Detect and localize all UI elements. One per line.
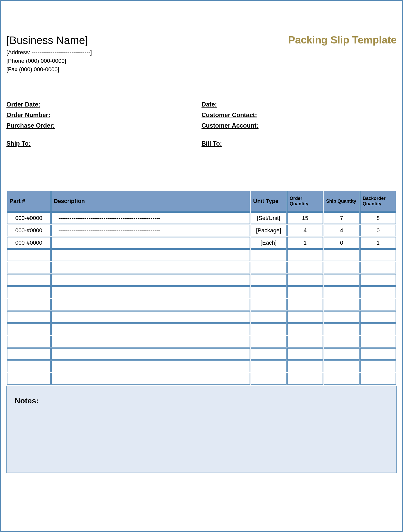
table-row: 000-#0000-------------------------------… — [7, 237, 396, 249]
cell-empty — [360, 373, 396, 385]
header-description: Description — [51, 191, 250, 212]
cell-empty — [251, 262, 287, 273]
info-section: Order Date: Order Number: Purchase Order… — [6, 99, 397, 149]
business-name: [Business Name] — [6, 34, 92, 47]
cell-empty — [360, 286, 396, 298]
cell-backorder-qty: 1 — [360, 237, 396, 249]
cell-empty — [7, 249, 51, 261]
cell-empty — [360, 311, 396, 323]
cell-ship-qty: 4 — [324, 225, 360, 236]
info-left-column: Order Date: Order Number: Purchase Order… — [6, 99, 202, 149]
cell-empty — [51, 360, 250, 372]
notes-label: Notes: — [15, 396, 388, 405]
items-table-wrap: Part # Description Unit Type Order Quant… — [6, 190, 397, 473]
table-row — [7, 360, 396, 372]
cell-unit-type: [Each] — [251, 237, 287, 249]
date-label: Date: — [202, 99, 397, 110]
table-row — [7, 311, 396, 323]
table-row — [7, 348, 396, 360]
document-title: Packing Slip Template — [288, 34, 397, 46]
business-block: [Business Name] [Address: --------------… — [6, 34, 92, 74]
customer-account-label: Customer Account: — [202, 120, 397, 131]
cell-empty — [51, 323, 250, 335]
cell-description: ----------------------------------------… — [51, 225, 250, 236]
cell-empty — [251, 323, 287, 335]
cell-empty — [324, 274, 360, 286]
cell-empty — [51, 286, 250, 298]
table-header-row: Part # Description Unit Type Order Quant… — [7, 191, 396, 212]
table-row: 000-#0000-------------------------------… — [7, 212, 396, 224]
cell-empty — [287, 311, 323, 323]
cell-empty — [360, 336, 396, 348]
cell-empty — [324, 286, 360, 298]
cell-empty — [7, 336, 51, 348]
cell-empty — [324, 373, 360, 385]
cell-empty — [360, 249, 396, 261]
cell-empty — [251, 360, 287, 372]
header-ship-qty: Ship Quantity — [324, 191, 360, 212]
header-part: Part # — [7, 191, 51, 212]
bill-to-label: Bill To: — [202, 138, 397, 149]
phone-line: [Phone (000) 000-0000] — [6, 57, 92, 65]
cell-empty — [7, 323, 51, 335]
cell-empty — [287, 360, 323, 372]
header-section: [Business Name] [Address: --------------… — [6, 34, 397, 74]
cell-empty — [360, 299, 396, 311]
cell-description: ----------------------------------------… — [51, 237, 250, 249]
header-unit-type: Unit Type — [251, 191, 287, 212]
cell-empty — [251, 336, 287, 348]
notes-block: Notes: — [6, 386, 397, 473]
cell-empty — [51, 373, 250, 385]
items-table: Part # Description Unit Type Order Quant… — [6, 190, 397, 385]
cell-order-qty: 15 — [287, 212, 323, 224]
address-line: [Address: ------------------------------… — [6, 48, 92, 57]
cell-empty — [251, 286, 287, 298]
cell-order-qty: 1 — [287, 237, 323, 249]
table-row — [7, 286, 396, 298]
purchase-order-label: Purchase Order: — [6, 120, 202, 131]
page-border: [Business Name] [Address: --------------… — [0, 0, 403, 532]
cell-empty — [251, 299, 287, 311]
order-number-label: Order Number: — [6, 110, 202, 120]
table-row: 000-#0000-------------------------------… — [7, 225, 396, 236]
cell-empty — [7, 286, 51, 298]
table-row — [7, 262, 396, 273]
table-row — [7, 373, 396, 385]
cell-empty — [360, 348, 396, 360]
cell-unit-type: [Set/Unit] — [251, 212, 287, 224]
cell-empty — [51, 336, 250, 348]
cell-part: 000-#0000 — [7, 237, 51, 249]
cell-empty — [287, 348, 323, 360]
order-date-label: Order Date: — [6, 99, 202, 110]
cell-empty — [251, 274, 287, 286]
cell-empty — [51, 249, 250, 261]
cell-order-qty: 4 — [287, 225, 323, 236]
ship-to-label: Ship To: — [6, 138, 202, 149]
cell-unit-type: [Package] — [251, 225, 287, 236]
cell-ship-qty: 7 — [324, 212, 360, 224]
cell-part: 000-#0000 — [7, 225, 51, 236]
cell-empty — [51, 311, 250, 323]
cell-description: ----------------------------------------… — [51, 212, 250, 224]
cell-empty — [324, 311, 360, 323]
cell-empty — [324, 299, 360, 311]
cell-backorder-qty: 8 — [360, 212, 396, 224]
table-row — [7, 274, 396, 286]
cell-empty — [324, 348, 360, 360]
cell-empty — [360, 274, 396, 286]
table-row — [7, 299, 396, 311]
cell-empty — [324, 323, 360, 335]
table-row — [7, 323, 396, 335]
cell-empty — [7, 348, 51, 360]
customer-contact-label: Customer Contact: — [202, 110, 397, 120]
page-content: [Business Name] [Address: --------------… — [3, 3, 400, 529]
cell-empty — [287, 274, 323, 286]
cell-empty — [7, 373, 51, 385]
cell-empty — [7, 360, 51, 372]
cell-empty — [251, 348, 287, 360]
table-row — [7, 249, 396, 261]
cell-empty — [251, 311, 287, 323]
cell-empty — [324, 262, 360, 273]
cell-empty — [51, 348, 250, 360]
cell-empty — [324, 336, 360, 348]
